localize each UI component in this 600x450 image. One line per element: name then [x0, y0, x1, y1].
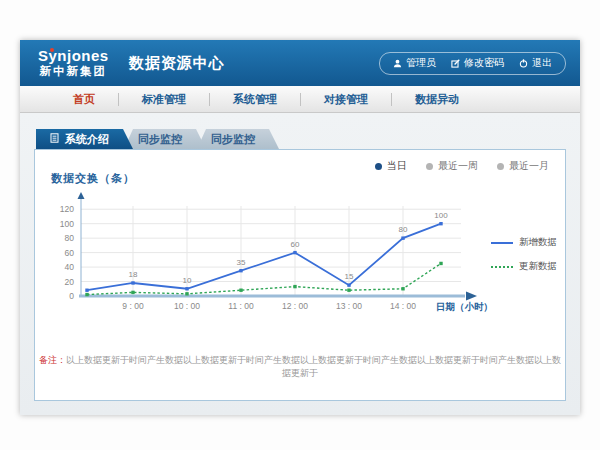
- nav-item-2[interactable]: 系统管理: [210, 92, 300, 107]
- user-action-label: 修改密码: [464, 56, 504, 70]
- data-point: [401, 287, 404, 290]
- legend-label: 更新数据: [519, 260, 557, 273]
- tab-0[interactable]: 系统介绍: [36, 129, 133, 149]
- logo-text: Synjones: [38, 48, 109, 63]
- y-tick-label: 80: [65, 233, 75, 243]
- y-tick-label: 120: [60, 204, 74, 214]
- data-point: [347, 289, 350, 292]
- page-title: 数据资源中心: [129, 54, 225, 73]
- user-action-label: 管理员: [406, 56, 436, 70]
- nav-item-0[interactable]: 首页: [50, 92, 118, 107]
- chart-legend: 新增数据更新数据: [491, 236, 557, 284]
- y-tick-label: 40: [65, 262, 75, 272]
- legend-item-0: 新增数据: [491, 236, 557, 249]
- x-tick-label: 13 : 00: [336, 301, 362, 311]
- data-point: [239, 289, 242, 292]
- y-tick-label: 100: [60, 219, 74, 229]
- app-window: Synjones 新中新集团 数据资源中心 管理员修改密码退出 首页标准管理系统…: [20, 40, 580, 415]
- data-point: [185, 287, 188, 290]
- footnote-prefix: 备注：: [39, 355, 66, 365]
- nav-item-4[interactable]: 数据异动: [392, 92, 482, 107]
- tab-label: 同步监控: [211, 133, 255, 145]
- logo-subtext: 新中新集团: [40, 66, 108, 78]
- y-axis-arrow-icon: [78, 192, 85, 199]
- edit-icon: [451, 59, 460, 68]
- radio-dot-icon: [426, 163, 433, 170]
- y-tick-label: 0: [69, 291, 74, 301]
- radio-label: 最近一周: [438, 159, 478, 173]
- footnote-text: 以上数据更新于时间产生数据以上数据更新于时间产生数据以上数据更新于时间产生数据以…: [66, 355, 561, 378]
- data-point: [131, 291, 134, 294]
- chart-panel: 当日最近一周最近一月 数据交换（条） 0204060801001209 : 00…: [34, 149, 566, 401]
- data-point-label: 18: [129, 270, 138, 279]
- data-point: [347, 283, 350, 286]
- user-action-label: 退出: [532, 56, 552, 70]
- time-filter-0[interactable]: 当日: [375, 159, 407, 173]
- tab-2[interactable]: 同步监控: [197, 129, 279, 149]
- radio-dot-icon: [375, 163, 382, 170]
- tab-strip: 系统介绍同步监控同步监控: [36, 129, 566, 149]
- data-point: [239, 269, 242, 272]
- user-action-power[interactable]: 退出: [519, 56, 552, 70]
- series-line-1: [87, 263, 441, 294]
- data-point-label: 15: [345, 272, 354, 281]
- y-tick-label: 60: [65, 248, 75, 258]
- x-tick-label: 9 : 00: [122, 301, 144, 311]
- time-filter-2[interactable]: 最近一月: [497, 159, 549, 173]
- x-tick-label: 11 : 00: [228, 301, 254, 311]
- main-nav: 首页标准管理系统管理对接管理数据异动: [20, 86, 580, 113]
- data-point: [439, 222, 442, 225]
- legend-label: 新增数据: [519, 236, 557, 249]
- radio-label: 当日: [387, 159, 407, 173]
- data-point: [185, 292, 188, 295]
- x-axis-title: 日期（小时）: [436, 301, 493, 313]
- data-point: [85, 293, 88, 296]
- user-icon: [393, 59, 402, 68]
- legend-line-sample: [491, 242, 513, 244]
- legend-item-1: 更新数据: [491, 260, 557, 273]
- radio-label: 最近一月: [509, 159, 549, 173]
- data-point-label: 100: [434, 211, 448, 220]
- data-point: [293, 251, 296, 254]
- x-tick-label: 14 : 00: [390, 301, 416, 311]
- content-area: 系统介绍同步监控同步监控 当日最近一周最近一月 数据交换（条） 02040608…: [20, 113, 580, 415]
- series-line-0: [87, 224, 441, 291]
- user-action-edit[interactable]: 修改密码: [451, 56, 504, 70]
- power-icon: [519, 59, 528, 68]
- x-tick-label: 12 : 00: [282, 301, 308, 311]
- data-point-label: 35: [237, 258, 246, 267]
- nav-item-1[interactable]: 标准管理: [119, 92, 209, 107]
- data-point-label: 80: [399, 225, 408, 234]
- data-point: [293, 285, 296, 288]
- data-point-label: 10: [183, 276, 192, 285]
- user-action-user[interactable]: 管理员: [393, 56, 436, 70]
- data-point: [439, 262, 442, 265]
- y-tick-label: 20: [65, 277, 75, 287]
- x-tick-label: 10 : 00: [174, 301, 200, 311]
- x-axis-arrow-icon: [466, 292, 477, 301]
- time-filter-group: 当日最近一周最近一月: [375, 159, 549, 173]
- company-logo: Synjones 新中新集团: [34, 48, 113, 78]
- app-header: Synjones 新中新集团 数据资源中心 管理员修改密码退出: [20, 40, 580, 86]
- tab-1[interactable]: 同步监控: [124, 129, 206, 149]
- nav-item-3[interactable]: 对接管理: [301, 92, 391, 107]
- tab-label: 系统介绍: [65, 129, 109, 149]
- data-point-label: 60: [291, 240, 300, 249]
- footnote: 备注：以上数据更新于时间产生数据以上数据更新于时间产生数据以上数据更新于时间产生…: [35, 354, 565, 380]
- user-actions-bar: 管理员修改密码退出: [379, 52, 566, 75]
- document-icon: [50, 129, 59, 149]
- time-filter-1[interactable]: 最近一周: [426, 159, 478, 173]
- line-chart: 0204060801001209 : 0010 : 0011 : 0012 : …: [45, 190, 495, 325]
- legend-line-sample: [491, 266, 513, 268]
- data-point: [85, 289, 88, 292]
- radio-dot-icon: [497, 163, 504, 170]
- data-point: [401, 236, 404, 239]
- data-point: [131, 281, 134, 284]
- chart-y-axis-title: 数据交换（条）: [51, 171, 135, 186]
- tab-label: 同步监控: [138, 133, 182, 145]
